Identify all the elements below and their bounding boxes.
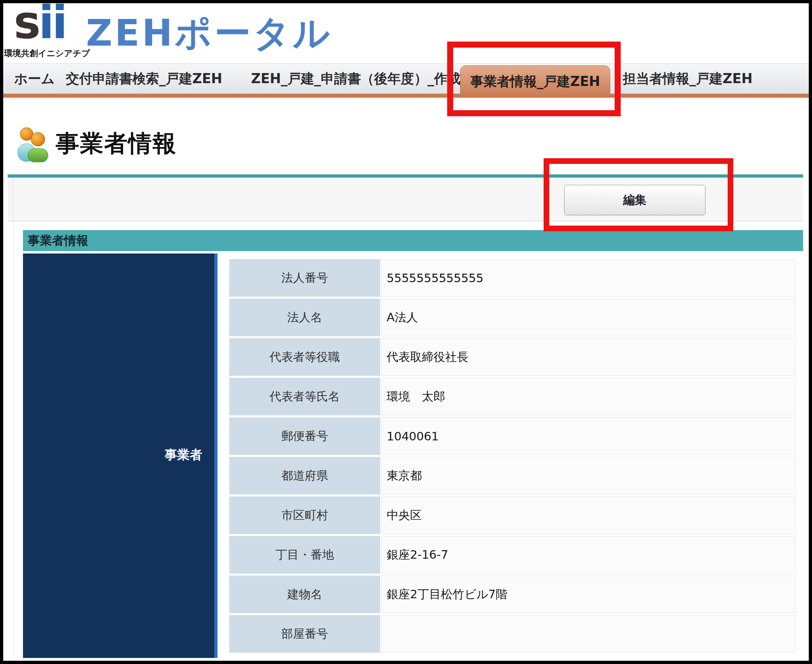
nav-item-application-search[interactable]: 交付申請書検索_戸建ZEH xyxy=(66,64,222,94)
nav-bar: ホーム 交付申請書検索_戸建ZEH ZEH_戸建_申請書（後年度）_作成 担当者… xyxy=(3,63,809,94)
row-value-prefecture: 東京都 xyxy=(381,457,796,494)
table-row: 市区町村 中央区 xyxy=(229,496,796,534)
group-label: 事業者 xyxy=(23,446,202,463)
row-value-city: 中央区 xyxy=(381,496,796,534)
row-label-street: 丁目・番地 xyxy=(229,536,380,574)
table-row: 法人番号 5555555555555 xyxy=(229,259,796,297)
content-left-border xyxy=(13,178,14,658)
row-label-building-name: 建物名 xyxy=(229,576,380,613)
nav-item-application-create[interactable]: ZEH_戸建_申請書（後年度）_作成 xyxy=(251,64,461,94)
row-value-street: 銀座2-16-7 xyxy=(381,536,796,574)
row-value-postal-code: 1040061 xyxy=(381,417,796,455)
row-label-representative-name: 代表者等氏名 xyxy=(229,378,380,415)
sii-logo-tagline: 環境共創イニシアチブ xyxy=(4,48,90,59)
group-column-accent-strip xyxy=(214,253,218,658)
nav-underline xyxy=(3,94,809,98)
table-row: 建物名 銀座2丁目松竹ビル7階 xyxy=(229,576,796,613)
sii-logo-ii: ii xyxy=(39,3,66,48)
table-row: 都道府県 東京都 xyxy=(229,457,796,494)
page-background: sii 環境共創イニシアチブ ZEHポータル ホーム 交付申請書検索_戸建ZEH… xyxy=(3,3,809,661)
row-label-representative-title: 代表者等役職 xyxy=(229,338,380,376)
row-value-room-number xyxy=(381,615,796,653)
teal-divider-line xyxy=(8,174,803,178)
row-value-building-name: 銀座2丁目松竹ビル7階 xyxy=(381,576,796,613)
row-value-corporate-name: A法人 xyxy=(381,299,796,336)
row-label-prefecture: 都道府県 xyxy=(229,457,380,494)
row-label-room-number: 部屋番号 xyxy=(229,615,380,653)
portal-title: ZEHポータル xyxy=(86,9,332,58)
people-group-icon xyxy=(16,125,51,162)
table-row: 代表者等役職 代表取締役社長 xyxy=(229,338,796,376)
row-value-representative-name: 環境 太郎 xyxy=(381,378,796,415)
row-value-corporate-number: 5555555555555 xyxy=(381,259,796,297)
sii-logo: sii xyxy=(14,3,65,47)
table-row: 丁目・番地 銀座2-16-7 xyxy=(229,536,796,574)
table-row: 部屋番号 xyxy=(229,615,796,653)
table-row: 代表者等氏名 環境 太郎 xyxy=(229,378,796,415)
row-label-city: 市区町村 xyxy=(229,496,380,534)
nav-item-home[interactable]: ホーム xyxy=(14,64,55,94)
row-label-postal-code: 郵便番号 xyxy=(229,417,380,455)
edit-button[interactable]: 編集 xyxy=(564,185,705,215)
business-info-table: 法人番号 5555555555555 法人名 A法人 代表者等役職 代表取締役社… xyxy=(229,259,796,655)
nav-item-contact-info[interactable]: 担当者情報_戸建ZEH xyxy=(623,64,753,94)
page-title: 事業者情報 xyxy=(56,128,177,159)
row-label-corporate-number: 法人番号 xyxy=(229,259,380,297)
title-row: 事業者情報 xyxy=(16,124,177,163)
table-row: 法人名 A法人 xyxy=(229,299,796,336)
section-header: 事業者情報 xyxy=(23,230,803,251)
row-value-representative-title: 代表取締役社長 xyxy=(381,338,796,376)
screenshot-canvas: sii 環境共創イニシアチブ ZEHポータル ホーム 交付申請書検索_戸建ZEH… xyxy=(0,0,812,664)
nav-item-business-info-active-tab[interactable]: 事業者情報_戸建ZEH xyxy=(460,65,610,98)
row-label-corporate-name: 法人名 xyxy=(229,299,380,336)
table-row: 郵便番号 1040061 xyxy=(229,417,796,455)
sii-logo-s: s xyxy=(14,3,39,48)
